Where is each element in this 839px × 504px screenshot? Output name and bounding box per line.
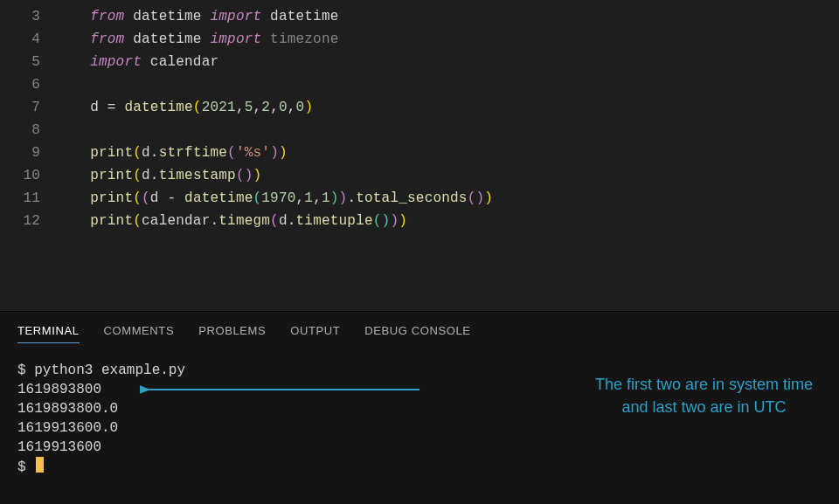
code-line: 6 [0, 73, 839, 96]
line-number: 6 [0, 73, 56, 96]
code-content: from datetime import timezone [56, 28, 339, 51]
code-content: print(d.strftime('%s')) [56, 142, 288, 164]
code-content: import calendar [56, 51, 218, 73]
terminal-output[interactable]: $ python3 example.py 1619893800 16198938… [0, 349, 839, 477]
line-number: 7 [0, 96, 56, 119]
code-line: 5 import calendar [0, 51, 839, 73]
line-number: 3 [0, 5, 56, 28]
code-line: 12 print(calendar.timegm(d.timetuple())) [0, 210, 839, 232]
code-content: print(calendar.timegm(d.timetuple())) [56, 210, 407, 232]
prompt-symbol: $ [17, 362, 34, 378]
tab-output[interactable]: OUTPUT [290, 324, 340, 343]
code-content: print((d - datetime(1970,1,1)).total_sec… [56, 187, 493, 210]
code-content: d = datetime(2021,5,2,0,0) [56, 96, 313, 119]
code-line: 7 d = datetime(2021,5,2,0,0) [0, 96, 839, 119]
line-number: 4 [0, 28, 56, 51]
terminal-line: 1619913600.0 [17, 418, 822, 438]
code-content: print(d.timestamp()) [56, 164, 261, 187]
code-line: 8 [0, 119, 839, 142]
code-line: 3 from datetime import datetime [0, 5, 839, 28]
terminal-line: 1619893800.0 [17, 399, 822, 418]
code-line: 4 from datetime import timezone [0, 28, 839, 51]
code-line: 11 print((d - datetime(1970,1,1)).total_… [0, 187, 839, 210]
line-number: 5 [0, 51, 56, 73]
cursor-icon [36, 457, 44, 473]
bottom-panel: TERMINAL COMMENTS PROBLEMS OUTPUT DEBUG … [0, 311, 839, 504]
tab-comments[interactable]: COMMENTS [104, 324, 175, 343]
terminal-line: $ python3 example.py [17, 361, 822, 380]
code-content: from datetime import datetime [56, 5, 339, 28]
prompt-symbol: $ [17, 459, 34, 475]
tab-problems[interactable]: PROBLEMS [198, 324, 266, 343]
code-editor[interactable]: 3 from datetime import datetime 4 from d… [0, 0, 839, 311]
line-number: 12 [0, 210, 56, 232]
tab-debug[interactable]: DEBUG CONSOLE [364, 324, 470, 343]
tab-terminal[interactable]: TERMINAL [17, 324, 80, 343]
line-number: 11 [0, 187, 56, 210]
terminal-line: 1619893800 [17, 380, 822, 399]
line-number: 8 [0, 119, 56, 142]
code-line: 10 print(d.timestamp()) [0, 164, 839, 187]
terminal-line: $ [17, 457, 822, 477]
code-line: 9 print(d.strftime('%s')) [0, 142, 839, 164]
panel-tabs: TERMINAL COMMENTS PROBLEMS OUTPUT DEBUG … [0, 312, 839, 349]
line-number: 9 [0, 142, 56, 164]
terminal-command: python3 example.py [34, 362, 185, 378]
line-number: 10 [0, 164, 56, 187]
terminal-line: 1619913600 [17, 438, 822, 457]
